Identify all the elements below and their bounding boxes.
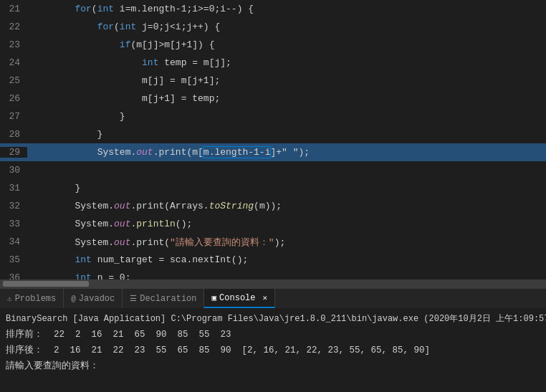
code-line-30: 30 (0, 161, 546, 179)
line-content[interactable]: System.out.print(Arrays.toString(m)); (27, 201, 546, 211)
line-content[interactable]: } (27, 111, 546, 122)
line-number: 31 (0, 183, 27, 193)
declaration-tab-icon: ☰ (130, 294, 137, 303)
console-tab-label: Console (219, 293, 255, 303)
console-output-line-0: 排序前： 22 2 16 21 65 90 85 55 23 (6, 327, 540, 343)
line-content[interactable]: int n = 0; (27, 272, 546, 279)
line-number: 27 (0, 111, 27, 122)
line-content[interactable]: m[j+1] = temp; (27, 93, 546, 104)
line-content[interactable]: System.out.print("請輸入要查詢的資料："); (27, 236, 546, 249)
problems-tab-label: Problems (15, 294, 57, 304)
tab-console[interactable]: ▣Console✕ (204, 289, 275, 308)
problems-tab-icon: ⚠ (7, 294, 12, 303)
line-content[interactable]: int temp = m[j]; (27, 57, 546, 68)
console-close-icon[interactable]: ✕ (263, 293, 268, 302)
code-line-33: 33 System.out.println(); (0, 215, 546, 233)
console-output: BinarySearch [Java Application] C:\Progr… (0, 308, 546, 385)
code-line-24: 24 int temp = m[j]; (0, 54, 546, 72)
code-line-32: 32 System.out.print(Arrays.toString(m)); (0, 197, 546, 215)
code-line-35: 35 int num_target = sca.nextInt(); (0, 251, 546, 269)
line-content[interactable]: if(m[j]>m[j+1]) { (27, 39, 546, 50)
code-line-28: 28 } (0, 125, 546, 143)
line-number: 29 (0, 147, 27, 158)
line-content[interactable]: System.out.print(m[m.length-1-i]+" "); (27, 147, 546, 158)
line-number: 21 (0, 4, 27, 14)
line-content[interactable]: int num_target = sca.nextInt(); (27, 254, 546, 265)
console-output-line-2: 請輸入要查詢的資料： (6, 358, 540, 374)
line-content[interactable]: m[j] = m[j+1]; (27, 75, 546, 86)
line-number: 23 (0, 39, 27, 50)
code-editor[interactable]: 21 for(int i=m.length-1;i>=0;i--) {22 fo… (0, 0, 546, 279)
code-line-26: 26 m[j+1] = temp; (0, 90, 546, 107)
line-number: 36 (0, 272, 27, 279)
code-line-29: 29 System.out.print(m[m.length-1-i]+" ")… (0, 143, 546, 161)
line-number: 30 (0, 165, 27, 176)
code-line-21: 21 for(int i=m.length-1;i>=0;i--) { (0, 0, 546, 18)
line-number: 24 (0, 57, 27, 68)
tab-declaration[interactable]: ☰Declaration (123, 289, 204, 308)
code-line-27: 27 } (0, 107, 546, 125)
code-line-34: 34 System.out.print("請輸入要查詢的資料："); (0, 233, 546, 251)
line-number: 35 (0, 254, 27, 265)
line-number: 33 (0, 219, 27, 229)
line-number: 25 (0, 75, 27, 86)
line-content[interactable]: for(int j=0;j<i;j++) { (27, 21, 546, 32)
console-output-line-1: 排序後： 2 16 21 22 23 55 65 85 90 [2, 16, 2… (6, 343, 540, 358)
javadoc-tab-label: Javadoc (79, 294, 115, 304)
line-content[interactable]: } (27, 183, 546, 193)
code-line-36: 36 int n = 0; (0, 269, 546, 279)
bottom-panel-tabs: ⚠Problems@Javadoc☰Declaration▣Console✕ (0, 288, 546, 308)
tab-problems[interactable]: ⚠Problems (0, 289, 64, 308)
javadoc-tab-icon: @ (71, 295, 76, 303)
code-line-23: 23 if(m[j]>m[j+1]) { (0, 36, 546, 54)
code-line-22: 22 for(int j=0;j<i;j++) { (0, 18, 546, 36)
tab-javadoc[interactable]: @Javadoc (64, 289, 123, 308)
line-number: 34 (0, 236, 27, 247)
declaration-tab-label: Declaration (140, 294, 196, 304)
line-content[interactable]: System.out.println(); (27, 219, 546, 229)
line-content[interactable]: } (27, 129, 546, 140)
code-line-25: 25 m[j] = m[j+1]; (0, 72, 546, 90)
line-number: 28 (0, 129, 27, 140)
scrollbar-thumb[interactable] (3, 281, 89, 287)
line-content[interactable]: for(int i=m.length-1;i>=0;i--) { (27, 4, 546, 14)
console-path-line: BinarySearch [Java Application] C:\Progr… (6, 311, 540, 327)
console-tab-icon: ▣ (211, 293, 216, 302)
line-number: 22 (0, 21, 27, 32)
code-line-31: 31 } (0, 179, 546, 197)
line-number: 26 (0, 93, 27, 104)
line-number: 32 (0, 201, 27, 211)
horizontal-scrollbar[interactable] (0, 279, 546, 288)
